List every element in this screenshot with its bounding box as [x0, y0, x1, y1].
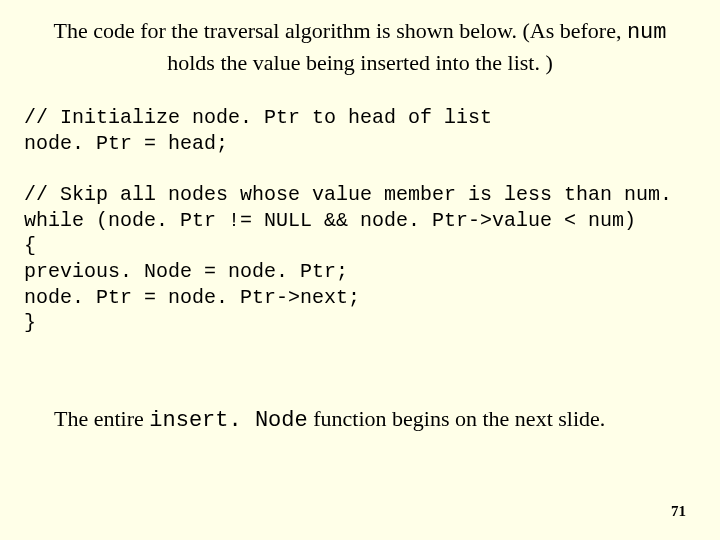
- intro-text-1: The code for the traversal algorithm is …: [53, 18, 626, 43]
- code-line-9: }: [24, 311, 36, 334]
- intro-paragraph: The code for the traversal algorithm is …: [24, 16, 696, 77]
- code-line-1: // Initialize node. Ptr to head of list: [24, 106, 492, 129]
- intro-text-2: holds the value being inserted into the …: [167, 50, 553, 75]
- page-number: 71: [671, 503, 686, 520]
- intro-mono-num: num: [627, 20, 667, 45]
- code-line-5: while (node. Ptr != NULL && node. Ptr->v…: [24, 209, 636, 232]
- closing-text-2: function begins on the next slide.: [308, 406, 606, 431]
- closing-paragraph: The entire insert. Node function begins …: [24, 406, 696, 433]
- code-block: // Initialize node. Ptr to head of list …: [24, 105, 696, 335]
- closing-mono-insertnode: insert. Node: [149, 408, 307, 433]
- code-line-8: node. Ptr = node. Ptr->next;: [24, 286, 360, 309]
- code-line-4: // Skip all nodes whose value member is …: [24, 183, 672, 206]
- slide: The code for the traversal algorithm is …: [0, 0, 720, 540]
- code-line-6: {: [24, 234, 36, 257]
- code-line-2: node. Ptr = head;: [24, 132, 228, 155]
- code-line-7: previous. Node = node. Ptr;: [24, 260, 348, 283]
- closing-text-1: The entire: [54, 406, 149, 431]
